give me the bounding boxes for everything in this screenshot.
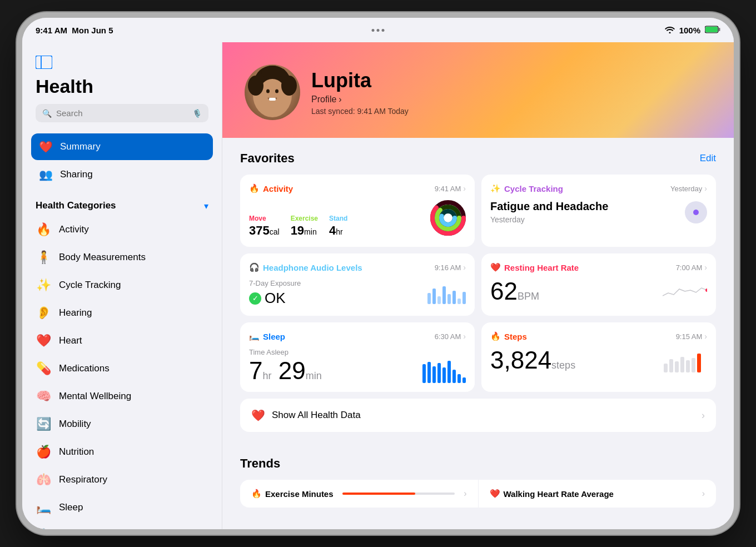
medications-label: Medications <box>59 363 110 374</box>
activity-card-header: 🔥 Activity 9:41 AM › <box>249 183 466 193</box>
summary-label: Summary <box>60 141 101 152</box>
svg-point-13 <box>261 66 284 79</box>
status-bar: 9:41 AM Mon Jun 5 100% <box>22 18 734 42</box>
sleep-card[interactable]: 🛏️ Sleep 6:30 AM › Time Asleep <box>240 322 475 392</box>
sidebar-item-heart[interactable]: ❤️ Heart <box>22 327 222 355</box>
svg-rect-23 <box>432 366 436 383</box>
svg-point-11 <box>248 76 263 96</box>
heart-rate-card-icon: ❤️ <box>490 262 501 272</box>
cards-grid-row3: 🛏️ Sleep 6:30 AM › Time Asleep <box>240 322 716 392</box>
cycle-tracking-card[interactable]: ✨ Cycle Tracking Yesterday › Fatigue and… <box>481 175 716 247</box>
heart-rate-card[interactable]: ❤️ Resting Heart Rate 7:00 AM › 62BPM <box>481 253 716 316</box>
show-all-label: Show All Health Data <box>272 410 695 421</box>
sidebar-panel-icon <box>36 56 208 71</box>
trend-exercise-progress <box>342 493 455 495</box>
steps-card-title: 🔥 Steps <box>490 331 527 341</box>
status-indicators: 100% <box>665 26 720 35</box>
show-all-chevron-icon: › <box>702 410 705 421</box>
trend-exercise-label: 🔥 Exercise Minutes <box>251 489 334 499</box>
svg-rect-26 <box>447 361 451 383</box>
steps-card[interactable]: 🔥 Steps 9:15 AM › 3,824steps <box>481 322 716 392</box>
trend-heart-label: ❤️ Walking Heart Rate Average <box>490 489 614 499</box>
sidebar: Health 🔍 🎙️ ❤️ Summary 👥 Sharing <box>22 42 222 529</box>
headphone-card[interactable]: 🎧 Headphone Audio Levels 9:16 AM › 7-Day… <box>240 253 475 316</box>
cycle-label: Cycle Tracking <box>59 280 121 291</box>
chevron-down-icon[interactable]: ▾ <box>204 201 208 211</box>
search-bar[interactable]: 🔍 🎙️ <box>36 104 208 122</box>
steps-card-body: 3,824steps <box>490 348 707 372</box>
heart-rate-card-time: 7:00 AM › <box>676 263 707 272</box>
nav-section: ❤️ Summary 👥 Sharing <box>22 131 222 191</box>
sharing-label: Sharing <box>60 169 93 180</box>
svg-rect-29 <box>462 377 466 383</box>
svg-rect-35 <box>692 358 695 372</box>
hearing-icon: 👂 <box>36 305 51 321</box>
sidebar-item-symptoms[interactable]: 📋 Symptoms <box>22 521 222 529</box>
trend-exercise[interactable]: 🔥 Exercise Minutes › <box>240 480 478 508</box>
trend-heart[interactable]: ❤️ Walking Heart Rate Average › <box>478 480 717 508</box>
headphone-card-header: 🎧 Headphone Audio Levels 9:16 AM › <box>249 262 466 272</box>
activity-metrics: Move 375cal Exercise 19min <box>249 215 347 238</box>
svg-rect-32 <box>675 361 679 372</box>
sidebar-item-medications[interactable]: 💊 Medications <box>22 355 222 382</box>
edit-button[interactable]: Edit <box>700 153 716 164</box>
sidebar-item-body[interactable]: 🧍 Body Measurements <box>22 243 222 271</box>
favorites-title: Favorites <box>240 151 295 166</box>
steps-value: 3,824steps <box>490 348 575 372</box>
cards-grid-row2: 🎧 Headphone Audio Levels 9:16 AM › 7-Day… <box>240 253 716 316</box>
steps-chevron-icon: › <box>704 332 707 341</box>
svg-rect-30 <box>664 364 668 372</box>
activity-card-title: 🔥 Activity <box>249 183 293 193</box>
summary-icon: ❤️ <box>38 139 53 155</box>
svg-point-8 <box>266 89 270 93</box>
sleep-label: Time Asleep <box>249 348 322 356</box>
sidebar-item-activity[interactable]: 🔥 Activity <box>22 216 222 243</box>
body-icon: 🧍 <box>36 250 51 265</box>
activity-ring <box>430 200 466 238</box>
profile-name: Lupita <box>311 69 712 92</box>
status-time: 9:41 AM Mon Jun 5 <box>36 26 113 35</box>
sleep-card-time: 6:30 AM › <box>435 332 466 341</box>
svg-rect-31 <box>669 359 673 372</box>
mic-icon[interactable]: 🎙️ <box>192 109 202 118</box>
svg-point-9 <box>275 89 278 93</box>
sidebar-item-mental[interactable]: 🧠 Mental Wellbeing <box>22 382 222 410</box>
sidebar-item-sharing[interactable]: 👥 Sharing <box>31 161 213 188</box>
trend-exercise-chevron-icon: › <box>464 489 466 499</box>
sleep-card-body: Time Asleep 7hr 29min <box>249 348 466 383</box>
exposure-label: 7-Day Exposure <box>249 279 301 287</box>
sidebar-item-summary[interactable]: ❤️ Summary <box>31 133 213 160</box>
sidebar-item-nutrition[interactable]: 🍎 Nutrition <box>22 438 222 466</box>
cycle-card-header: ✨ Cycle Tracking Yesterday › <box>490 183 707 193</box>
trends-section: Trends 🔥 Exercise Minutes › <box>222 452 734 525</box>
svg-rect-33 <box>680 357 684 372</box>
sidebar-item-hearing[interactable]: 👂 Hearing <box>22 299 222 327</box>
sidebar-item-sleep[interactable]: 🛏️ Sleep <box>22 494 222 521</box>
show-all-row[interactable]: ❤️ Show All Health Data › <box>240 399 716 432</box>
show-all-icon: ❤️ <box>251 409 265 422</box>
cycle-card-time: Yesterday › <box>670 184 707 193</box>
profile-link[interactable]: Profile › <box>311 95 712 105</box>
activity-card[interactable]: 🔥 Activity 9:41 AM › Move <box>240 175 475 247</box>
headphone-card-icon: 🎧 <box>249 262 260 272</box>
svg-rect-25 <box>442 367 446 383</box>
trend-heart-chevron-icon: › <box>702 489 705 499</box>
mental-icon: 🧠 <box>36 389 51 404</box>
headphone-card-body: 7-Day Exposure ✓ OK <box>249 279 466 307</box>
sidebar-item-mobility[interactable]: 🔄 Mobility <box>22 410 222 438</box>
svg-rect-3 <box>36 56 52 69</box>
svg-rect-10 <box>269 98 276 101</box>
sidebar-item-respiratory[interactable]: 🫁 Respiratory <box>22 466 222 494</box>
sleep-label: Sleep <box>59 502 83 513</box>
heart-rate-card-header: ❤️ Resting Heart Rate 7:00 AM › <box>490 262 707 272</box>
body-label: Body Measurements <box>59 252 146 263</box>
trends-title: Trends <box>240 456 716 471</box>
check-circle-icon: ✓ <box>249 292 261 305</box>
svg-rect-2 <box>719 28 720 31</box>
medications-icon: 💊 <box>36 361 51 376</box>
heart-rate-chart <box>663 279 707 304</box>
sidebar-item-cycle[interactable]: ✨ Cycle Tracking <box>22 271 222 299</box>
svg-rect-27 <box>452 370 456 383</box>
app-title: Health <box>36 76 208 97</box>
search-input[interactable] <box>56 108 188 118</box>
